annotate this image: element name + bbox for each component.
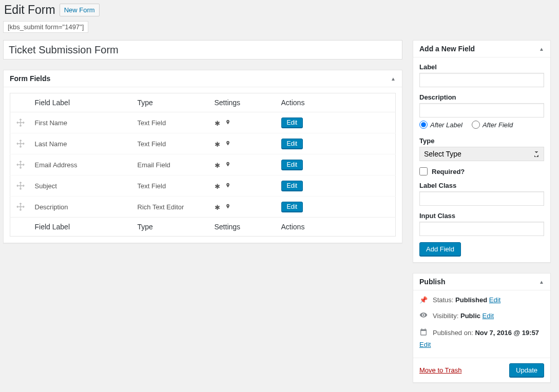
field-label-cell: Last Name [31, 133, 133, 154]
asterisk-icon: ✱ [215, 183, 220, 190]
form-fields-panel: Form Fields ▲ Field Label Type Settings … [3, 70, 402, 243]
table-row: Email AddressEmail Field✱Edit [10, 154, 396, 175]
field-type-cell: Email Field [133, 154, 210, 175]
asterisk-icon: ✱ [215, 204, 220, 211]
edit-field-button[interactable]: Edit [281, 160, 303, 170]
input-class-label: Input Class [419, 212, 544, 220]
drag-handle-icon[interactable] [16, 160, 25, 169]
field-type-cell: Rich Text Editor [133, 197, 210, 218]
type-select[interactable]: Select Type [419, 147, 544, 161]
pin-icon [225, 119, 230, 127]
edit-field-button[interactable]: Edit [281, 202, 303, 212]
add-field-button[interactable]: Add Field [419, 242, 461, 256]
published-on-value: Nov 7, 2016 @ 19:57 [475, 329, 539, 337]
field-type-cell: Text Field [133, 112, 210, 133]
shortcode-display: [kbs_submit form="1497"] [3, 21, 88, 33]
column-footer-label: Field Label [31, 218, 133, 237]
label-field-label: Label [419, 63, 544, 71]
edit-field-button[interactable]: Edit [281, 117, 303, 128]
after-label-radio-label[interactable]: After Label [419, 121, 462, 129]
pin-icon [225, 161, 230, 169]
edit-field-button[interactable]: Edit [281, 139, 303, 149]
form-title-input[interactable] [3, 40, 402, 60]
column-footer-actions: Actions [277, 218, 396, 237]
table-row: Last NameText Field✱Edit [10, 133, 396, 154]
collapse-toggle-icon[interactable]: ▲ [391, 76, 396, 82]
input-class-input[interactable] [419, 222, 544, 236]
column-header-settings: Settings [210, 93, 277, 112]
collapse-toggle-icon[interactable]: ▲ [539, 279, 544, 285]
pin-icon [225, 140, 230, 148]
update-button[interactable]: Update [509, 363, 544, 377]
table-row: SubjectText Field✱Edit [10, 175, 396, 197]
calendar-icon [419, 328, 428, 338]
edit-visibility-link[interactable]: Edit [483, 312, 494, 320]
fields-table: Field Label Type Settings Actions First … [10, 93, 396, 237]
field-label-cell: Subject [31, 175, 133, 197]
column-footer-type: Type [133, 218, 210, 237]
asterisk-icon: ✱ [215, 141, 220, 148]
published-on-label: Published on: [433, 329, 473, 337]
description-input[interactable] [419, 103, 544, 117]
drag-handle-icon[interactable] [16, 202, 25, 211]
column-footer-settings: Settings [210, 218, 277, 237]
asterisk-icon: ✱ [215, 120, 220, 127]
pin-icon [225, 182, 230, 190]
column-header-actions: Actions [277, 93, 396, 112]
pin-icon: 📌 [419, 296, 428, 304]
drag-handle-icon[interactable] [16, 181, 25, 190]
edit-field-button[interactable]: Edit [281, 181, 303, 191]
after-label-radio[interactable] [419, 121, 428, 129]
visibility-label: Visibility: [433, 312, 458, 320]
status-value: Published [455, 296, 487, 304]
column-header-label: Field Label [31, 93, 133, 112]
drag-handle-icon[interactable] [16, 118, 25, 127]
required-label: Required? [432, 168, 465, 175]
new-form-button[interactable]: New Form [60, 4, 100, 16]
label-class-input[interactable] [419, 191, 544, 206]
eye-icon [419, 311, 428, 321]
table-row: DescriptionRich Text Editor✱Edit [10, 197, 396, 218]
description-field-label: Description [419, 93, 544, 101]
after-field-radio-label[interactable]: After Field [472, 121, 513, 129]
label-input[interactable] [419, 73, 544, 87]
page-title: Edit Form [4, 3, 55, 17]
pin-icon [225, 203, 230, 211]
add-field-heading: Add a New Field [419, 45, 475, 53]
add-field-panel: Add a New Field ▲ Label Description [413, 40, 551, 263]
drag-handle-icon[interactable] [16, 139, 25, 148]
field-type-cell: Text Field [133, 133, 210, 154]
column-header-type: Type [133, 93, 210, 112]
type-field-label: Type [419, 137, 544, 145]
edit-status-link[interactable]: Edit [489, 296, 500, 304]
form-fields-heading: Form Fields [10, 74, 50, 83]
edit-date-link[interactable]: Edit [419, 341, 431, 348]
label-class-label: Label Class [419, 182, 544, 189]
field-label-cell: Email Address [31, 154, 133, 175]
required-checkbox[interactable] [419, 167, 428, 175]
field-label-cell: Description [31, 197, 133, 218]
asterisk-icon: ✱ [215, 162, 220, 169]
visibility-value: Public [460, 312, 480, 320]
after-field-radio[interactable] [472, 121, 480, 129]
publish-heading: Publish [419, 278, 446, 286]
move-to-trash-link[interactable]: Move to Trash [419, 366, 461, 374]
field-label-cell: First Name [31, 112, 133, 133]
status-label: Status: [433, 296, 453, 304]
publish-panel: Publish ▲ 📌 Status: Published Edit [413, 273, 551, 383]
collapse-toggle-icon[interactable]: ▲ [539, 46, 544, 52]
field-type-cell: Text Field [133, 175, 210, 197]
table-row: First NameText Field✱Edit [10, 112, 396, 133]
